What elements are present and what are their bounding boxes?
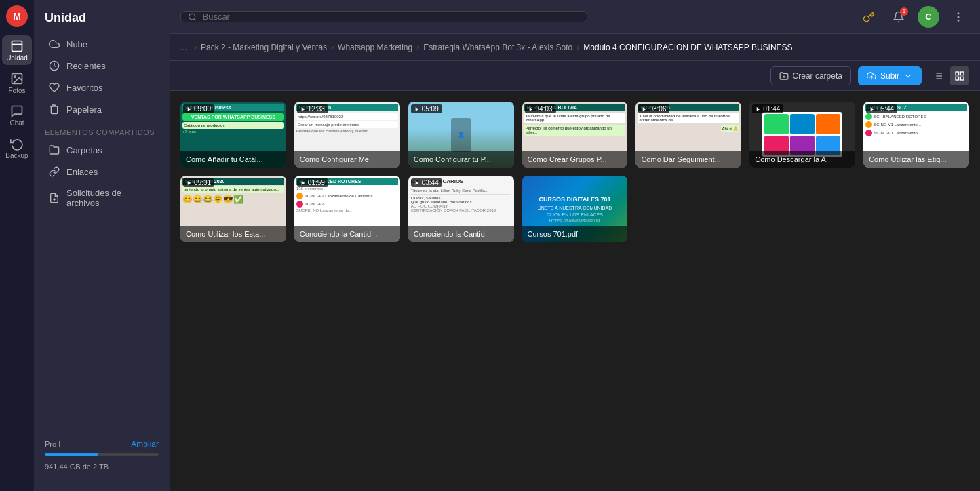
file-thumbnail-2: Configuración https://wa.me/987819022 Cr… [294, 102, 400, 168]
svg-rect-21 [960, 72, 964, 75]
sidebar-nav-papelera[interactable]: Papelera [38, 98, 165, 120]
topbar-actions: 1 C [858, 6, 969, 28]
breadcrumb-item-3[interactable]: Estrategia WhatsApp Bot 3x - Alexis Soto [423, 43, 572, 52]
svg-marker-27 [529, 107, 532, 111]
svg-marker-24 [188, 107, 191, 111]
file-card-6[interactable]: 01:44Como Descargar la A... [749, 102, 855, 168]
breadcrumb-item-2[interactable]: Whatsapp Marketing [338, 43, 412, 52]
svg-marker-26 [415, 107, 418, 111]
search-box [180, 11, 587, 22]
list-view-button[interactable] [928, 66, 947, 85]
sidebar-item-backup[interactable]: Backup [2, 133, 32, 163]
storage-bar-fill [45, 453, 98, 456]
svg-rect-22 [956, 77, 959, 80]
folder-plus-icon [779, 71, 789, 81]
breadcrumb: ... › Pack 2 - Marketing Digital y Venta… [170, 34, 980, 61]
view-toggle [928, 66, 969, 85]
file-label-5: Como Dar Seguimient... [635, 151, 741, 168]
svg-marker-28 [643, 107, 646, 111]
sidebar-item-fotos[interactable]: Fotos [2, 68, 32, 98]
file-card-3[interactable]: 👤 05:09Como Configurar tu P... [408, 102, 514, 168]
upgrade-link[interactable]: Ampliar [131, 439, 159, 449]
file-label-6: Como Descargar la A... [749, 151, 855, 168]
file-label-7: Como Utilizar las Etiq... [863, 151, 969, 168]
sidebar-item-fotos-label: Fotos [8, 87, 25, 94]
file-thumbnail-11: CURSOS DIGITALES 701 ÚNETE A NUESTRA COM… [522, 176, 628, 241]
file-card-4[interactable]: RESILIENCIA BOLIVIA Te invito a que te u… [522, 102, 628, 168]
svg-line-7 [194, 18, 195, 20]
sidebar-item-chat[interactable]: Chat [2, 100, 32, 130]
svg-point-6 [189, 13, 195, 19]
sidebar-title: Unidad [34, 11, 170, 33]
file-card-2[interactable]: Configuración https://wa.me/987819022 Cr… [294, 102, 400, 168]
grid-view-button[interactable] [950, 66, 969, 85]
file-label-8: Como Utilizar los Esta... [180, 226, 286, 242]
search-icon [188, 12, 197, 22]
svg-marker-31 [188, 181, 191, 185]
file-card-9[interactable]: SC - BALANCED ROTORES 138 elementos SC-N… [294, 176, 400, 241]
sidebar-nav-nube[interactable]: Nube [38, 33, 165, 55]
video-duration-9: 01:59 [297, 178, 328, 187]
main-content: 1 C ... › Pack 2 - Marketing Digital y V… [170, 0, 980, 491]
sidebar-nav-enlaces-label: Enlaces [66, 167, 98, 177]
create-folder-button[interactable]: Crear carpeta [770, 66, 851, 85]
upload-button[interactable]: Subir [858, 66, 922, 85]
file-thumbnail-3: 👤 05:09Como Configurar tu P... [408, 102, 514, 168]
sidebar-item-unidad[interactable]: Unidad [2, 35, 32, 65]
user-avatar[interactable]: M [6, 5, 28, 27]
plan-label: Pro I [45, 440, 60, 448]
file-label-4: Como Crear Grupos P... [522, 151, 628, 168]
file-card-1[interactable]: WhatsApp Business VENTAS POR WHATSAPP BU… [180, 102, 286, 168]
sidebar-nav-recientes-label: Recientes [66, 61, 106, 71]
sidebar-item-backup-label: Backup [5, 152, 28, 159]
search-input[interactable] [202, 12, 580, 22]
topbar: 1 C [170, 0, 980, 34]
upload-icon [867, 71, 876, 81]
storage-text: 941,44 GB de 2 TB [45, 463, 109, 471]
sidebar-nav-favoritos[interactable]: Favoritos [38, 77, 165, 98]
file-label-1: Como Añadir tu Catál... [180, 151, 286, 168]
sidebar-nav-enlaces[interactable]: Enlaces [38, 161, 165, 182]
svg-point-10 [958, 20, 959, 21]
sidebar-footer: Pro I Ampliar 941,44 GB de 2 TB [34, 431, 170, 480]
bell-icon-button[interactable]: 1 [888, 6, 909, 28]
svg-point-9 [958, 16, 959, 18]
file-grid: WhatsApp Business VENTAS POR WHATSAPP BU… [180, 102, 969, 242]
sidebar-nav-solicitudes-label: Solicitudes de archivos [66, 188, 155, 208]
breadcrumb-item-1[interactable]: Pack 2 - Marketing Digital y Ventas [201, 43, 327, 52]
video-duration-7: 05:44 [866, 104, 897, 113]
file-thumbnail-4: RESILIENCIA BOLIVIA Te invito a que te u… [522, 102, 628, 168]
content-area: WhatsApp Business VENTAS POR WHATSAPP BU… [170, 91, 980, 491]
svg-marker-30 [871, 107, 874, 111]
file-label-9: Conociendo la Cantid... [294, 226, 400, 242]
breadcrumb-dots[interactable]: ... [180, 43, 187, 52]
icon-bar: M Unidad Fotos Chat Backup [0, 0, 34, 491]
file-label-11: Cursos 701.pdf [522, 226, 628, 242]
breadcrumb-item-4[interactable]: Modulo 4 CONFIGURACION DE WHATSAPP BUSIN… [583, 43, 792, 52]
file-thumbnail-6: 01:44Como Descargar la A... [749, 102, 855, 168]
key-icon-button[interactable] [858, 6, 880, 28]
file-card-5[interactable]: CDW-02 Elen... Tuve la oportunidad de in… [635, 102, 741, 168]
more-menu-button[interactable] [947, 6, 969, 28]
file-card-8[interactable]: Comienza el 2020 teniendo tu propio sist… [180, 176, 286, 241]
file-card-7[interactable]: GRATUITOS SCZ SC - BALANCED ROTORES SC-N… [863, 102, 969, 168]
file-thumbnail-5: CDW-02 Elen... Tuve la oportunidad de in… [635, 102, 741, 168]
file-card-10[interactable]: DATOS BANCARIOS Titular de la cta: Lilia… [408, 176, 514, 241]
svg-point-2 [14, 75, 16, 77]
video-duration-10: 03:44 [411, 178, 442, 187]
file-card-11[interactable]: CURSOS DIGITALES 701 ÚNETE A NUESTRA COM… [522, 176, 628, 241]
video-duration-1: 09:00 [183, 104, 214, 113]
sidebar-nav-carpetas[interactable]: Carpetas [38, 139, 165, 161]
svg-rect-0 [12, 41, 22, 51]
sidebar-nav-recientes[interactable]: Recientes [38, 55, 165, 77]
user-avatar-topbar[interactable]: C [918, 6, 939, 28]
file-label-3: Como Configurar tu P... [408, 151, 514, 168]
sidebar: Unidad Nube Recientes Favoritos Papelera… [34, 0, 170, 491]
shared-section-label: Elementos compartidos [34, 120, 170, 139]
file-thumbnail-1: WhatsApp Business VENTAS POR WHATSAPP BU… [180, 102, 286, 168]
video-duration-8: 05:31 [183, 178, 214, 187]
sidebar-nav-papelera-label: Papelera [66, 104, 102, 115]
sidebar-nav-solicitudes[interactable]: Solicitudes de archivos [38, 182, 165, 214]
file-label-2: Como Configurar Me... [294, 151, 400, 168]
sidebar-item-unidad-label: Unidad [6, 54, 28, 62]
